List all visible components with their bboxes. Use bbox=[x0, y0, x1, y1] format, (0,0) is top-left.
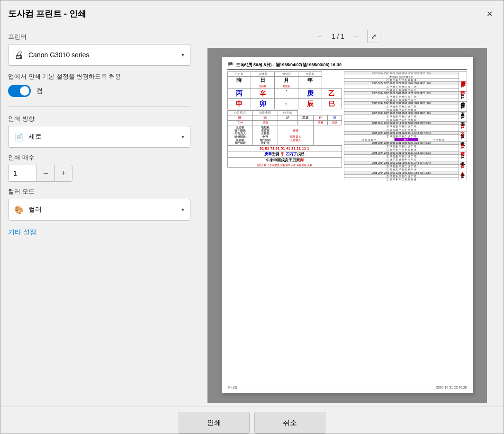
toggle-label: 켬 bbox=[36, 87, 43, 95]
content-area: 프린터 🖨 Canon G3010 series ▾ 앱에서 인쇄 기본 설정을… bbox=[0, 24, 504, 403]
direction-label: 인쇄 방향 bbox=[8, 115, 190, 123]
color-label: 컬러 모드 bbox=[8, 187, 190, 196]
count-label: 인쇄 매수 bbox=[8, 153, 190, 162]
direction-dropdown[interactable]: 📄 세로 ▾ bbox=[8, 126, 190, 148]
other-settings-link[interactable]: 기타 설정 bbox=[8, 228, 190, 237]
chevron-down-icon: ▾ bbox=[181, 52, 184, 58]
doc-content: 🏴 도독6(男 56세,8日) - 陽1965/04/07(陰1965/03/0… bbox=[222, 57, 473, 393]
fullscreen-button[interactable]: ⤢ bbox=[367, 30, 380, 43]
next-page-button[interactable]: → bbox=[349, 30, 362, 43]
chevron-down-icon-2: ▾ bbox=[181, 133, 184, 140]
cancel-button[interactable]: 취소 bbox=[254, 412, 325, 434]
left-panel: 프린터 🖨 Canon G3010 series ▾ 앱에서 인쇄 기본 설정을… bbox=[8, 28, 190, 403]
page-nav: ← 1 / 1 → ⤢ bbox=[314, 30, 380, 43]
preview-area: 🏴 도독6(男 56세,8日) - 陽1965/04/07(陰1965/03/0… bbox=[207, 48, 487, 403]
close-button[interactable]: ✕ bbox=[483, 7, 496, 20]
right-panel: ← 1 / 1 → ⤢ 🏴 도독6(男 56세,8日) - 陽1965/04/0… bbox=[198, 28, 496, 403]
printer-name: Canon G3010 series bbox=[28, 51, 89, 59]
color-dropdown[interactable]: 🎨 컬러 ▾ bbox=[8, 199, 190, 221]
count-input[interactable] bbox=[8, 165, 36, 182]
color-icon: 🎨 bbox=[14, 205, 24, 214]
footer-right: 2020-10-31 23:40:28 bbox=[436, 386, 467, 390]
doc-header: 🏴 도독6(男 56세,8日) - 陽1965/04/07(陰1965/03/0… bbox=[227, 62, 467, 70]
allow-label: 앱에서 인쇄 기본 설정을 변경하도록 허용 bbox=[8, 72, 190, 81]
print-button[interactable]: 인쇄 bbox=[179, 412, 250, 434]
title-bar: 도사컴 프린트 - 인쇄 ✕ bbox=[0, 0, 504, 24]
bazi-status: 산공:己公 명궁:辛巳 태원:未 旺 病 絶 墓裏 bbox=[227, 110, 342, 168]
allow-toggle[interactable] bbox=[8, 85, 31, 97]
footer-left: 도사컴 bbox=[227, 386, 237, 390]
print-dialog: 도사컴 프린트 - 인쇄 ✕ 프린터 🖨 Canon G3010 series … bbox=[0, 0, 504, 434]
printer-icon: 🖨 bbox=[14, 50, 24, 61]
destiny-grid: 1965 1964 1963 1962 1961 1960 1959 1958 … bbox=[344, 71, 467, 181]
portrait-icon: 📄 bbox=[14, 133, 24, 142]
printer-dropdown[interactable]: 🖨 Canon G3010 series ▾ bbox=[8, 44, 190, 66]
bazi-headers: 신하화 송백목 백랍금 복등화 時 日 月 bbox=[227, 71, 342, 109]
color-value: 컬러 bbox=[28, 205, 42, 214]
prev-page-button[interactable]: ← bbox=[314, 30, 327, 43]
chevron-down-icon-3: ▾ bbox=[181, 206, 184, 213]
decrement-button[interactable]: − bbox=[36, 165, 54, 182]
document-page: 🏴 도독6(男 56세,8日) - 陽1965/04/07(陰1965/03/0… bbox=[222, 57, 473, 393]
page-info: 1 / 1 bbox=[332, 33, 344, 40]
dialog-title: 도사컴 프린트 - 인쇄 bbox=[8, 8, 86, 19]
doc-footer: 도사컴 2020-10-31 23:40:28 bbox=[227, 384, 467, 390]
bottom-bar: 인쇄 취소 bbox=[0, 407, 504, 434]
divider bbox=[8, 106, 190, 107]
flag-icon: 🏴 bbox=[227, 62, 233, 68]
doc-title: 도독6(男 56세,8日) - 陽1965/04/07(陰1965/03/06)… bbox=[236, 62, 342, 68]
direction-value: 세로 bbox=[28, 133, 42, 141]
printer-label: 프린터 bbox=[8, 33, 190, 41]
increment-button[interactable]: + bbox=[54, 165, 72, 182]
